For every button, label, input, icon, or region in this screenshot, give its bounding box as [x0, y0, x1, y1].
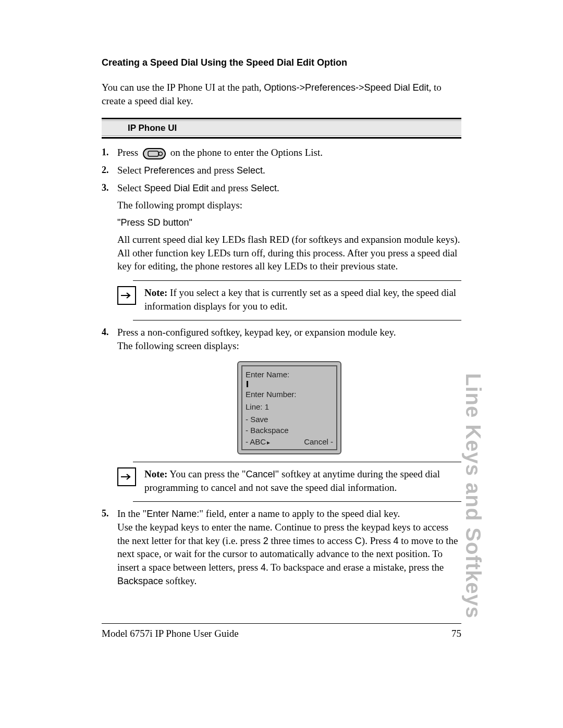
intro-ui-path: Options->Preferences->Speed Dial Edit	[264, 82, 429, 93]
intro-text-pre: You can use the IP Phone UI at the path,	[102, 82, 264, 93]
step-3-speed-dial-edit: Speed Dial Edit	[144, 183, 209, 193]
note-2-cancel: Cancel	[246, 469, 275, 479]
step-3: Select Speed Dial Edit and press Select.…	[102, 181, 461, 321]
step-5-c: " field, enter a name to apply to the sp…	[199, 508, 400, 519]
intro-paragraph: You can use the IP Phone UI at the path,…	[102, 81, 461, 107]
note-arrow-icon	[117, 467, 136, 486]
footer-rule	[102, 623, 461, 624]
step-5-letter-c: C	[355, 536, 362, 546]
phone-cancel-softkey: Cancel -	[304, 437, 333, 447]
step-5-h: . To backspace and erase a mistake, pres…	[266, 562, 444, 573]
step-5-f: ). Press	[362, 535, 394, 546]
step-2-preferences: Preferences	[144, 165, 194, 176]
phone-save-softkey: - Save	[246, 414, 333, 425]
phone-inner: Enter Name: Enter Number: Line: 1 - Save…	[241, 365, 337, 451]
step-3-select: Select	[251, 183, 277, 193]
step-3-prompt-intro: The following prompt displays:	[117, 199, 461, 212]
step-5-enter-name: Enter Name:	[146, 509, 199, 519]
step-5-key-2: 2	[263, 536, 268, 546]
note-separator	[133, 501, 461, 502]
note-1-text: Note: If you select a key that is curren…	[144, 286, 461, 313]
note-separator	[133, 280, 461, 281]
steps-list: Press on the phone to enter the Options …	[102, 146, 461, 587]
step-4-b: The following screen displays:	[117, 340, 239, 351]
page-content: Creating a Speed Dial Using the Speed Di…	[102, 57, 461, 591]
step-4-a: Press a non-configured softkey, keypad k…	[117, 327, 396, 338]
step-5-backspace: Backspace	[117, 576, 163, 586]
phone-abc-softkey: - ABC	[246, 437, 270, 447]
step-2-e: .	[263, 165, 265, 176]
step-1-text-a: Press	[117, 147, 141, 158]
step-3-c: and press	[209, 182, 251, 193]
note-arrow-icon	[117, 286, 136, 305]
phone-cursor	[247, 381, 248, 387]
rule	[102, 137, 461, 139]
step-3-explanation: All current speed dial key LEDs flash RE…	[117, 233, 461, 273]
note-1-label: Note:	[144, 287, 167, 298]
footer-doc-title: Model 6757i IP Phone User Guide	[102, 628, 239, 639]
note-1-body: If you select a key that is currently se…	[144, 287, 456, 312]
step-1: Press on the phone to enter the Options …	[102, 146, 461, 159]
rule	[102, 118, 461, 119]
phone-screen: Enter Name: Enter Number: Line: 1 - Save…	[237, 361, 341, 455]
phone-enter-number-label: Enter Number:	[246, 389, 333, 400]
note-2-label: Note:	[144, 468, 167, 479]
section-tab: Line Keys and Softkeys	[461, 373, 485, 619]
step-1-text-b: on the phone to enter the Options List.	[170, 147, 323, 158]
note-2-text: Note: You can press the "Cancel" softkey…	[144, 467, 461, 494]
step-4: Press a non-configured softkey, keypad k…	[102, 326, 461, 502]
options-button-icon	[143, 148, 166, 159]
footer-page-number: 75	[451, 628, 461, 639]
step-3-e: .	[277, 182, 279, 193]
step-3-a: Select	[117, 182, 144, 193]
note-2: Note: You can press the "Cancel" softkey…	[117, 467, 461, 494]
note-separator	[133, 462, 461, 462]
note-separator	[133, 320, 461, 320]
ip-phone-ui-bar: IP Phone UI	[102, 120, 461, 136]
svg-point-1	[158, 152, 162, 155]
page-footer: Model 6757i IP Phone User Guide 75	[102, 628, 461, 639]
phone-enter-name-label: Enter Name:	[246, 369, 333, 380]
step-2: Select Preferences and press Select.	[102, 164, 461, 177]
phone-line-label: Line: 1	[246, 402, 333, 412]
step-5: In the "Enter Name:" field, enter a name…	[102, 507, 461, 587]
step-5-key-4a: 4	[394, 536, 399, 546]
step-5-i: softkey.	[163, 575, 197, 586]
step-2-select: Select	[237, 165, 263, 176]
note-2-a: You can press the "	[167, 468, 246, 479]
step-2-c: and press	[194, 165, 237, 176]
svg-rect-0	[148, 151, 158, 156]
step-5-a: In the "	[117, 508, 146, 519]
section-heading: Creating a Speed Dial Using the Speed Di…	[102, 57, 461, 68]
step-5-e: three times to access	[268, 535, 355, 546]
step-2-a: Select	[117, 165, 144, 176]
step-3-prompt: "Press SD button"	[117, 216, 461, 229]
note-1: Note: If you select a key that is curren…	[117, 286, 461, 313]
phone-backspace-softkey: - Backspace	[246, 425, 333, 436]
step-5-key-4b: 4	[261, 562, 266, 573]
